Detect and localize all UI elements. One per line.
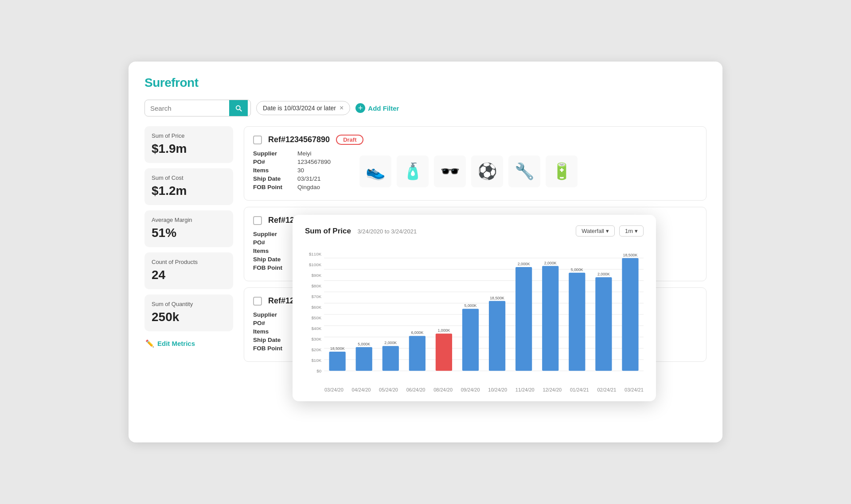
po-card-header: Ref#1234567890 Draft (253, 135, 697, 145)
po-row-label: Items (253, 328, 297, 335)
po-detail-row: SupplierMeiyi (253, 150, 346, 157)
chart-interval-label: 1m (625, 228, 633, 234)
chevron-down-icon: ▾ (606, 228, 609, 234)
bar-label: 18,500K (330, 346, 345, 351)
x-axis-label: 04/24/20 (352, 387, 371, 392)
chart-title: Sum of Price (305, 227, 351, 235)
bar-label: 18,500K (623, 253, 638, 257)
x-axis-label: 03/24/21 (625, 387, 644, 392)
add-filter-button[interactable]: + Add Filter (355, 103, 399, 113)
po-row-label: Ship Date (253, 337, 297, 343)
po-detail-row: PO#1234567890 (253, 159, 346, 165)
chevron-down-icon-2: ▾ (635, 228, 638, 234)
metric-label: Sum of Cost (152, 174, 226, 181)
po-row-value: Meiyi (297, 150, 346, 157)
metric-card: Sum of Price $1.9m (144, 126, 233, 163)
po-row-value: 30 (297, 167, 346, 174)
app-logo: Surefront (144, 76, 707, 90)
po-row-label: Ship Date (253, 256, 297, 263)
po-detail-row: FOB PointQingdao (253, 184, 346, 190)
metric-card: Sum of Cost $1.2m (144, 168, 233, 205)
bar-label: 2,000K (544, 261, 557, 265)
edit-metrics-button[interactable]: ✏️Edit Metrics (144, 339, 233, 348)
po-ref: Ref#1234567890 (268, 135, 330, 144)
product-image: 🕶️ (434, 155, 466, 187)
po-row-label: FOB Point (253, 184, 297, 190)
chart-bar (595, 277, 612, 371)
product-image: 🧴 (397, 155, 429, 187)
po-detail-row: Ship Date03/31/21 (253, 175, 346, 182)
chart-interval-btn[interactable]: 1m ▾ (619, 225, 644, 236)
chart-bar (542, 266, 558, 371)
bar-label: 2,000K (518, 262, 530, 266)
chart-type-btn[interactable]: Waterfall ▾ (576, 225, 615, 236)
filter-remove-btn[interactable]: × (340, 105, 344, 112)
metric-value: $1.2m (152, 184, 226, 198)
chart-title-area: Sum of Price 3/24/2020 to 3/24/2021 (305, 227, 417, 236)
x-axis-label: 08/24/20 (433, 387, 453, 392)
edit-metrics-label: Edit Metrics (157, 340, 195, 347)
po-row-label: Supplier (253, 150, 297, 157)
draft-badge: Draft (336, 135, 363, 145)
bar-label: 1,000K (437, 328, 450, 333)
po-row-label: Supplier (253, 311, 297, 318)
product-image: 🔧 (508, 155, 540, 187)
po-card-body: SupplierMeiyiPO#1234567890Items30Ship Da… (253, 150, 697, 192)
chart-bar (356, 347, 372, 371)
chart-header: Sum of Price 3/24/2020 to 3/24/2021 Wate… (305, 225, 644, 236)
metric-value: 51% (152, 226, 226, 240)
x-axis-labels: 03/24/2004/24/2005/24/2006/24/2008/24/20… (305, 387, 644, 392)
bar-label: 2,000K (597, 272, 610, 276)
po-row-label: PO# (253, 239, 297, 246)
product-image: ⚽ (471, 155, 503, 187)
search-box (144, 100, 251, 116)
po-row-value: 1234567890 (297, 159, 346, 165)
metric-value: 24 (152, 268, 226, 282)
chart-type-label: Waterfall (582, 228, 604, 234)
metric-card: Count of Products 24 (144, 252, 233, 289)
po-row-label: Supplier (253, 231, 297, 237)
chart-bar (489, 301, 505, 371)
search-button[interactable] (229, 100, 248, 116)
chart-bar (515, 267, 532, 371)
po-checkbox[interactable] (253, 136, 262, 144)
metric-card: Average Margin 51% (144, 210, 233, 247)
y-axis-label: $60K (311, 305, 321, 310)
metric-card: Sum of Quantity 250k (144, 295, 233, 331)
metric-label: Sum of Quantity (152, 301, 226, 307)
x-axis-label: 06/24/20 (406, 387, 426, 392)
header-row: Date is 10/03/2024 or later × + Add Filt… (144, 100, 707, 116)
po-row-label: PO# (253, 320, 297, 326)
chart-bar (436, 333, 452, 371)
y-axis-label: $70K (311, 294, 321, 299)
po-detail-row: Items30 (253, 167, 346, 174)
x-axis-label: 10/24/20 (488, 387, 507, 392)
x-axis-label: 01/24/21 (570, 387, 589, 392)
y-axis-label: $40K (311, 326, 321, 331)
x-axis-label: 12/24/20 (543, 387, 562, 392)
po-row-label: Ship Date (253, 175, 297, 182)
filter-chip: Date is 10/03/2024 or later × (256, 101, 350, 115)
bar-label: 2,000K (384, 341, 397, 345)
filter-label: Date is 10/03/2024 or later (263, 105, 336, 112)
po-row-label: PO# (253, 159, 297, 165)
y-axis-label: $110K (309, 252, 322, 256)
main-layout: Sum of Price $1.9m Sum of Cost $1.2m Ave… (144, 126, 707, 362)
y-axis-label: $100K (309, 262, 322, 267)
po-checkbox[interactable] (253, 216, 262, 225)
po-row-value: Qingdao (297, 184, 346, 190)
po-row-label: FOB Point (253, 264, 297, 271)
chart-bar (462, 309, 479, 371)
chart-overlay: Sum of Price 3/24/2020 to 3/24/2021 Wate… (293, 215, 656, 401)
po-checkbox[interactable] (253, 297, 262, 306)
y-axis-label: $50K (311, 315, 321, 320)
search-icon (234, 104, 242, 112)
chart-date-range: 3/24/2020 to 3/24/2021 (357, 228, 417, 235)
pencil-icon: ✏️ (145, 339, 154, 348)
add-filter-label: Add Filter (368, 105, 399, 112)
chart-bar (383, 346, 399, 371)
bar-label: 5,000K (465, 303, 477, 308)
chart-svg: $110K$100K$90K$80K$70K$60K$50K$40K$30K$2… (305, 244, 644, 385)
search-input[interactable] (145, 101, 229, 116)
product-image: 🔋 (546, 155, 578, 187)
